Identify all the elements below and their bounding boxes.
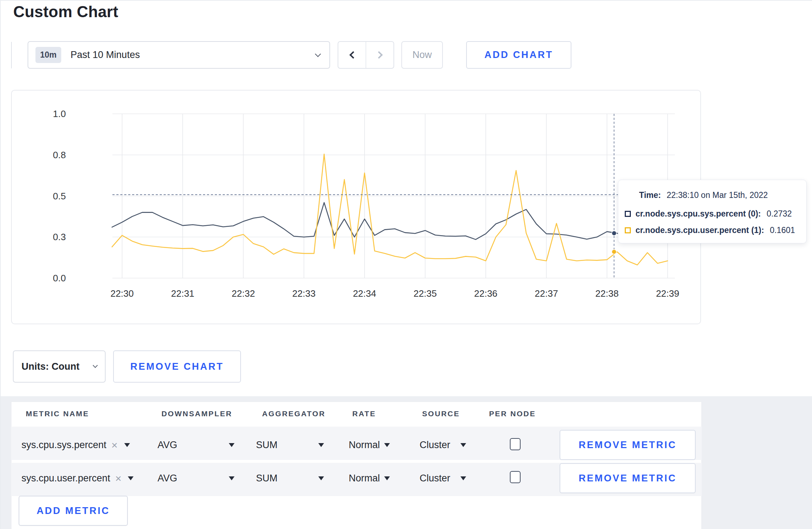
downsampler-select[interactable]: AVG: [158, 473, 235, 484]
downsampler-value: AVG: [158, 440, 177, 451]
caret-down-icon[interactable]: [124, 443, 130, 447]
downsampler-select[interactable]: AVG: [158, 440, 235, 451]
tooltip-series-value: 0.2732: [767, 209, 792, 219]
tooltip-series-label: cr.node.sys.cpu.user.percent (1):: [635, 225, 764, 235]
caret-down-icon: [318, 443, 324, 447]
caret-down-icon: [384, 476, 390, 480]
col-header-metric-name: METRIC NAME: [26, 409, 89, 418]
col-header-rate: RATE: [352, 409, 376, 418]
per-node-checkbox[interactable]: [510, 438, 521, 450]
aggregator-value: SUM: [256, 440, 277, 451]
chevron-left-icon: [349, 51, 357, 59]
chevron-right-icon: [375, 51, 382, 59]
rate-select[interactable]: Normal: [349, 440, 390, 451]
chart-tooltip: Time: 22:38:10 on Mar 15th, 2022 cr.node…: [618, 180, 807, 243]
add-metric-button[interactable]: ADD METRIC: [19, 496, 128, 526]
metric-name: sys.cpu.user.percent: [21, 473, 110, 484]
source-select[interactable]: Cluster: [420, 473, 466, 484]
col-header-per-node: PER NODE: [489, 409, 536, 418]
source-value: Cluster: [420, 440, 450, 451]
rate-value: Normal: [349, 440, 380, 451]
metric-name-cell[interactable]: sys.cpu.user.percent ×: [21, 473, 134, 484]
chevron-down-icon: [315, 51, 321, 57]
metric-name-cell[interactable]: sys.cpu.sys.percent ×: [21, 440, 130, 451]
col-header-source: SOURCE: [422, 409, 460, 418]
rate-select[interactable]: Normal: [349, 473, 390, 484]
chevron-down-icon: [93, 363, 98, 368]
tooltip-time-label: Time:: [639, 190, 661, 200]
metric-name: sys.cpu.sys.percent: [21, 440, 106, 451]
caret-down-icon[interactable]: [128, 476, 134, 480]
tooltip-series-value: 0.1601: [770, 225, 795, 235]
downsampler-value: AVG: [158, 473, 177, 484]
add-chart-button[interactable]: ADD CHART: [466, 41, 571, 69]
rate-value: Normal: [349, 473, 380, 484]
tooltip-time-value: 22:38:10 on Mar 15th, 2022: [667, 190, 768, 200]
remove-metric-button[interactable]: REMOVE METRIC: [560, 430, 696, 460]
step-back-button[interactable]: [338, 42, 366, 68]
tooltip-time-row: Time: 22:38:10 on Mar 15th, 2022: [639, 189, 801, 201]
sys-series-swatch-icon: [625, 211, 631, 217]
aggregator-value: SUM: [256, 473, 277, 484]
chart-card: [11, 90, 701, 324]
col-header-aggregator: AGGREGATOR: [262, 409, 325, 418]
caret-down-icon: [460, 476, 466, 480]
caret-down-icon: [229, 443, 235, 447]
step-forward-button[interactable]: [366, 42, 393, 68]
per-node-checkbox[interactable]: [510, 471, 521, 483]
source-value: Cluster: [420, 473, 450, 484]
remove-chart-button[interactable]: REMOVE CHART: [113, 350, 241, 383]
col-header-downsampler: DOWNSAMPLER: [161, 409, 232, 418]
time-step-controls: [338, 41, 394, 69]
close-icon[interactable]: ×: [115, 473, 122, 484]
aggregator-select[interactable]: SUM: [256, 473, 324, 484]
tooltip-series-row: cr.node.sys.cpu.user.percent (1): 0.1601: [625, 224, 801, 236]
units-label: Units: Count: [21, 361, 79, 372]
remove-metric-button[interactable]: REMOVE METRIC: [560, 463, 696, 493]
units-select[interactable]: Units: Count: [13, 350, 106, 383]
caret-down-icon: [318, 476, 324, 480]
tooltip-series-label: cr.node.sys.cpu.sys.percent (0):: [635, 209, 761, 219]
toolbar-divider: [11, 42, 12, 68]
user-series-swatch-icon: [625, 227, 631, 233]
caret-down-icon: [229, 476, 235, 480]
tooltip-series-row: cr.node.sys.cpu.sys.percent (0): 0.2732: [625, 208, 801, 219]
caret-down-icon: [460, 443, 466, 447]
time-window-label: Past 10 Minutes: [71, 49, 140, 60]
time-window-select[interactable]: 10m Past 10 Minutes: [28, 41, 330, 69]
close-icon[interactable]: ×: [111, 440, 118, 451]
time-window-badge: 10m: [35, 47, 61, 63]
caret-down-icon: [384, 443, 390, 447]
page-title: Custom Chart: [13, 3, 118, 21]
now-button[interactable]: Now: [401, 41, 443, 69]
aggregator-select[interactable]: SUM: [256, 440, 324, 451]
source-select[interactable]: Cluster: [420, 440, 466, 451]
